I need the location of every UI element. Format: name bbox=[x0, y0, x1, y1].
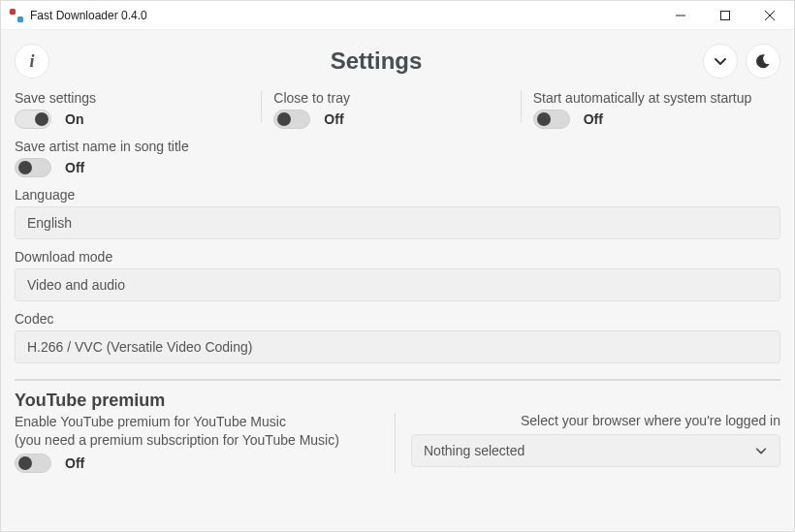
language-value: English bbox=[27, 215, 72, 231]
language-select[interactable]: English bbox=[15, 206, 780, 239]
header-row: i Settings bbox=[15, 40, 780, 82]
autostart-field: Start automatically at system startup Of… bbox=[522, 90, 780, 129]
page-title: Settings bbox=[49, 47, 703, 75]
save-artist-label: Save artist name in song title bbox=[15, 139, 780, 154]
language-field: Language English bbox=[15, 187, 780, 239]
codec-label: Codec bbox=[15, 311, 780, 327]
section-divider bbox=[15, 379, 780, 381]
youtube-enable-line2: (you need a premium subscription for You… bbox=[15, 431, 384, 450]
youtube-browser-label: Select your browser where you're logged … bbox=[411, 413, 780, 428]
codec-value: H.266 / VVC (Versatile Video Coding) bbox=[27, 339, 252, 355]
codec-field: Codec H.266 / VVC (Versatile Video Codin… bbox=[15, 311, 780, 363]
codec-select[interactable]: H.266 / VVC (Versatile Video Coding) bbox=[15, 330, 780, 363]
youtube-enable-field: Enable YouTube premium for YouTube Music… bbox=[15, 413, 396, 473]
close-to-tray-label: Close to tray bbox=[273, 90, 509, 106]
chevron-down-icon bbox=[754, 444, 768, 457]
download-mode-value: Video and audio bbox=[27, 277, 125, 293]
content-area: i Settings Save settings On bbox=[1, 30, 794, 531]
download-mode-select[interactable]: Video and audio bbox=[15, 268, 780, 301]
info-icon: i bbox=[29, 51, 34, 72]
window-title: Fast Downloader 0.4.0 bbox=[30, 9, 147, 22]
youtube-premium-toggle[interactable] bbox=[15, 454, 51, 473]
moon-icon bbox=[755, 53, 771, 69]
app-icon bbox=[9, 8, 24, 23]
youtube-browser-select[interactable]: Nothing selected bbox=[411, 434, 780, 467]
close-to-tray-toggle[interactable] bbox=[273, 110, 310, 129]
maximize-button[interactable] bbox=[703, 1, 747, 30]
save-artist-state: Off bbox=[65, 160, 84, 175]
toggles-row-1: Save settings On Close to tray Off Start… bbox=[15, 90, 780, 129]
titlebar: Fast Downloader 0.4.0 bbox=[1, 1, 794, 30]
save-settings-state: On bbox=[65, 111, 83, 127]
save-artist-toggle[interactable] bbox=[15, 158, 51, 177]
youtube-browser-field: Select your browser where you're logged … bbox=[396, 413, 780, 473]
save-settings-toggle[interactable] bbox=[15, 110, 51, 129]
autostart-state: Off bbox=[584, 111, 603, 127]
save-artist-field: Save artist name in song title Off bbox=[15, 139, 780, 177]
download-mode-label: Download mode bbox=[15, 249, 780, 265]
svg-rect-3 bbox=[721, 11, 730, 19]
autostart-toggle[interactable] bbox=[533, 110, 570, 129]
svg-rect-1 bbox=[17, 16, 23, 22]
autostart-label: Start automatically at system startup bbox=[533, 90, 769, 106]
collapse-button[interactable] bbox=[703, 44, 738, 78]
youtube-premium-state: Off bbox=[65, 455, 84, 471]
youtube-section-title: YouTube premium bbox=[15, 391, 780, 411]
youtube-enable-line1: Enable YouTube premium for YouTube Music bbox=[15, 413, 384, 431]
theme-button[interactable] bbox=[746, 44, 780, 78]
save-settings-field: Save settings On bbox=[15, 90, 262, 129]
minimize-button[interactable] bbox=[658, 1, 703, 30]
language-label: Language bbox=[15, 187, 780, 203]
app-window: Fast Downloader 0.4.0 i Settings Save se… bbox=[0, 0, 795, 532]
chevron-down-icon bbox=[713, 53, 728, 69]
info-button[interactable]: i bbox=[15, 44, 49, 78]
download-mode-field: Download mode Video and audio bbox=[15, 249, 780, 301]
youtube-row: Enable YouTube premium for YouTube Music… bbox=[15, 413, 780, 473]
svg-rect-0 bbox=[10, 9, 16, 15]
close-button[interactable] bbox=[747, 1, 792, 30]
youtube-browser-value: Nothing selected bbox=[424, 443, 525, 458]
close-to-tray-field: Close to tray Off bbox=[262, 90, 521, 129]
save-settings-label: Save settings bbox=[15, 90, 250, 106]
close-to-tray-state: Off bbox=[324, 111, 343, 127]
